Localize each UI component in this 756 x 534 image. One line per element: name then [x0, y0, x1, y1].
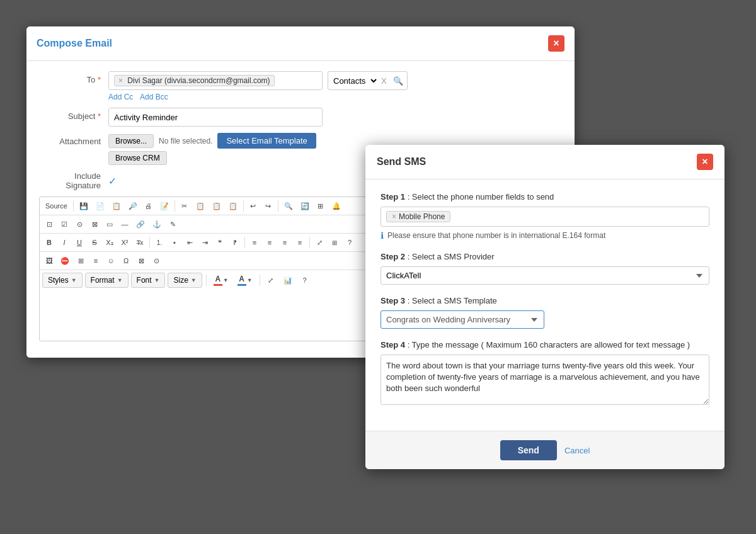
align-center-button[interactable]: ≡ [263, 236, 277, 249]
align-left-button[interactable]: ≡ [248, 236, 261, 249]
sms-close-button[interactable]: × [697, 154, 713, 170]
font-dropdown[interactable]: Font ▼ [131, 273, 166, 288]
select-all-btn[interactable]: ⊞ [314, 199, 328, 213]
sms-message-textarea[interactable]: The word about town is that your marriag… [381, 355, 709, 405]
sms-template-select[interactable]: Congrats on Wedding Anniversary [381, 310, 544, 329]
radio-btn[interactable]: ⊙ [72, 217, 86, 231]
help-inline-btn[interactable]: ? [343, 236, 357, 249]
format-arrow-icon: ▼ [117, 277, 123, 283]
superscript-button[interactable]: X² [118, 236, 132, 249]
subject-required: * [98, 111, 101, 121]
compose-close-button[interactable]: × [548, 35, 564, 52]
indent-button[interactable]: ⇥ [198, 236, 212, 249]
include-sig-check[interactable]: ✓ [108, 175, 117, 187]
preview-btn[interactable]: 🔎 [125, 199, 140, 213]
find-btn[interactable]: 🔍 [281, 199, 296, 213]
line-btn[interactable]: — [118, 217, 132, 231]
blockquote-button[interactable]: ❝ [213, 236, 227, 249]
show-source-button[interactable]: ⊞ [328, 236, 341, 249]
clear-format-button[interactable]: T̶x [133, 236, 147, 249]
sms-title: Send SMS [377, 156, 426, 168]
maximize-button[interactable]: ⤢ [312, 236, 326, 249]
link-btn[interactable]: 🔗 [133, 217, 148, 231]
separator5 [149, 237, 150, 248]
remove-format-btn[interactable]: 🔔 [329, 199, 344, 213]
sms-step4: Step 4 : Type the message ( Maximum 160 … [381, 340, 709, 407]
chart-button[interactable]: 📊 [280, 273, 295, 287]
textarea-btn[interactable]: ▭ [103, 217, 117, 231]
special-char-button[interactable]: Ω [119, 254, 133, 268]
separator4 [278, 200, 278, 212]
underline-button[interactable]: U [72, 236, 86, 249]
image-button[interactable]: 🖼 [42, 254, 56, 268]
italic-button[interactable]: I [57, 236, 71, 249]
subject-input[interactable] [108, 108, 323, 127]
to-tag-remove[interactable]: × [118, 76, 123, 85]
cancel-button[interactable]: Cancel [564, 446, 590, 455]
flash-button[interactable]: ⛔ [57, 254, 72, 268]
textfield-btn[interactable]: ⊠ [88, 217, 101, 231]
contacts-select[interactable]: Contacts [328, 76, 379, 86]
sms-provider-select[interactable]: ClickATell [381, 266, 709, 285]
outdent-button[interactable]: ⇤ [183, 236, 197, 249]
subject-label: Subject * [39, 108, 108, 121]
page-break-button[interactable]: ⊠ [134, 254, 148, 268]
subscript-button[interactable]: X₂ [103, 236, 117, 249]
checkbox-btn[interactable]: ☑ [57, 217, 71, 231]
align-right-button[interactable]: ≡ [278, 236, 292, 249]
spell-btn[interactable]: 📝 [157, 199, 172, 213]
save-btn[interactable]: 💾 [76, 199, 91, 213]
separator9 [260, 275, 260, 286]
smiley-button[interactable]: ☺ [104, 254, 118, 268]
contacts-clear[interactable]: X [379, 76, 389, 86]
select-email-template-button[interactable]: Select Email Template [217, 133, 316, 149]
browse-button[interactable]: Browse... [108, 134, 154, 148]
font-arrow-icon: ▼ [154, 277, 160, 283]
print-btn[interactable]: 🖨 [142, 199, 156, 213]
paste-text-btn[interactable]: 📋 [209, 199, 224, 213]
contacts-dropdown[interactable]: Contacts X 🔍 [328, 71, 408, 90]
add-bcc-link[interactable]: Add Bcc [140, 93, 168, 101]
undo-btn[interactable]: ↩ [246, 199, 260, 213]
format-dropdown[interactable]: Format ▼ [85, 273, 129, 288]
bg-color-button[interactable]: A ▼ [234, 273, 256, 287]
bg-color-arrow-icon: ▼ [247, 277, 253, 283]
size-dropdown[interactable]: Size ▼ [168, 273, 202, 288]
contacts-search-icon[interactable]: 🔍 [389, 76, 407, 86]
anchor-btn[interactable]: ⚓ [149, 217, 164, 231]
new-doc-btn[interactable]: 📄 [93, 199, 108, 213]
align-justify-button[interactable]: ≡ [293, 236, 307, 249]
iframe-button[interactable]: ⊙ [149, 254, 163, 268]
add-cc-link[interactable]: Add Cc [108, 93, 133, 101]
copy-btn[interactable]: 📋 [109, 199, 124, 213]
font-color-button[interactable]: A ▼ [210, 273, 232, 287]
replace-btn[interactable]: 🔄 [297, 199, 312, 213]
browse-crm-button[interactable]: Browse CRM [108, 151, 167, 165]
table2-button[interactable]: ⊞ [74, 254, 88, 268]
to-tag: × Divi Sagar (divvia.secondcrm@gmail.com… [114, 75, 275, 86]
styles-arrow-icon: ▼ [71, 277, 77, 283]
send-button[interactable]: Send [500, 440, 557, 460]
redo-btn[interactable]: ↪ [261, 199, 275, 213]
cut-btn[interactable]: ✂ [178, 199, 192, 213]
table-btn[interactable]: ⊡ [42, 217, 56, 231]
maximize2-button[interactable]: ⤢ [264, 273, 278, 287]
paste-btn[interactable]: 📋 [193, 199, 208, 213]
help-button[interactable]: ? [298, 273, 312, 287]
paste-word-btn[interactable]: 📋 [226, 199, 241, 213]
styles-dropdown[interactable]: Styles ▼ [42, 273, 83, 288]
to-input-field[interactable]: × Divi Sagar (divvia.secondcrm@gmail.com… [108, 71, 323, 90]
phone-number-field[interactable]: × Mobile Phone [381, 207, 709, 227]
step1-label: Step 1 : Select the phone number fields … [381, 192, 709, 202]
unlink-btn[interactable]: ✎ [166, 217, 180, 231]
unordered-list-button[interactable]: • [168, 236, 181, 249]
ordered-list-button[interactable]: 1. [152, 236, 166, 249]
font-color-arrow-icon: ▼ [223, 277, 229, 283]
step2-label: Step 2 : Select a SMS Provider [381, 252, 709, 261]
source-button[interactable]: Source [42, 199, 71, 213]
strikethrough-button[interactable]: S [88, 236, 101, 249]
show-blocks-button[interactable]: ⁋ [228, 236, 242, 249]
phone-tag-x[interactable]: × [392, 212, 396, 221]
bold-button[interactable]: B [42, 236, 56, 249]
horizontal-rule-button[interactable]: ≡ [89, 254, 103, 268]
